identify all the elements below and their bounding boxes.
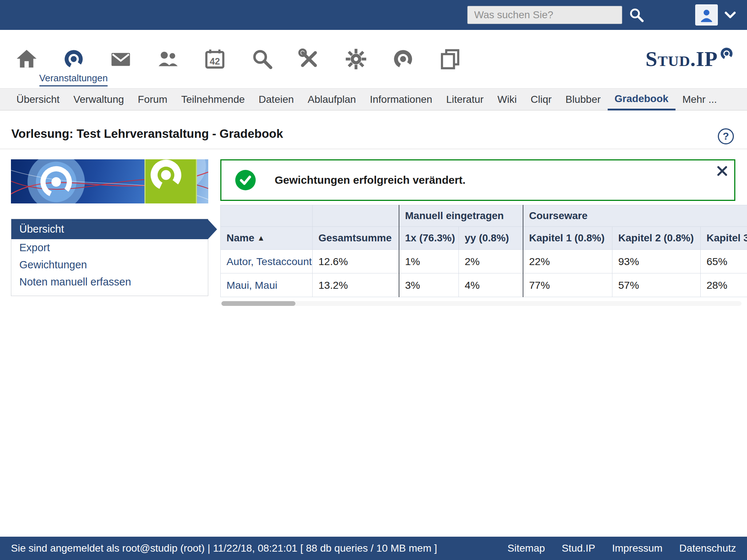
horizontal-scrollbar[interactable] bbox=[221, 301, 742, 306]
column-header-kapitel-3[interactable]: Kapitel 3 bbox=[701, 227, 747, 250]
studip-logo: Stud.IP bbox=[646, 48, 734, 70]
person-icon bbox=[698, 7, 715, 23]
table-row: Autor, Testaccount12.6%1%2%22%93%65% bbox=[221, 250, 747, 273]
footer-bar: Sie sind angemeldet als root@studip (roo… bbox=[0, 537, 747, 560]
sidebar-item-übersicht[interactable]: Übersicht bbox=[11, 219, 208, 239]
horizontal-scrollbar-thumb[interactable] bbox=[221, 301, 295, 306]
footer-link-impressum[interactable]: Impressum bbox=[612, 542, 662, 554]
grade-cell: 12.6% bbox=[313, 250, 399, 273]
column-header-1x-76-3[interactable]: 1x (76.3%) bbox=[399, 227, 459, 250]
grade-cell: 77% bbox=[523, 273, 612, 297]
table-row: Maui, Maui13.2%3%4%77%57%28% bbox=[221, 273, 747, 297]
sidebar-item-gewichtungen[interactable]: Gewichtungen bbox=[11, 256, 208, 273]
course-tab-bar: ÜbersichtVerwaltungForumTeilnehmendeDate… bbox=[0, 88, 747, 110]
nav-tools-icon[interactable] bbox=[285, 30, 332, 88]
column-header-name[interactable]: Name▲ bbox=[221, 227, 313, 250]
course-banner-image bbox=[11, 159, 208, 203]
column-header-kapitel-2-0-8[interactable]: Kapitel 2 (0.8%) bbox=[612, 227, 701, 250]
column-group-header bbox=[221, 205, 313, 227]
tab-mehr[interactable]: Mehr ... bbox=[676, 89, 724, 110]
success-check-icon bbox=[235, 170, 256, 190]
student-name-cell: Maui, Maui bbox=[221, 273, 313, 297]
sort-ascending-icon: ▲ bbox=[257, 234, 265, 242]
success-message-box: Gewichtungen erfolgreich verändert. bbox=[220, 159, 735, 201]
nav-search-icon[interactable] bbox=[238, 30, 285, 88]
main-header: Veranstaltungen 42 bbox=[0, 30, 747, 88]
footer-link-datenschutz[interactable]: Datenschutz bbox=[679, 542, 736, 554]
column-group-header: Manuell eingetragen bbox=[399, 205, 523, 227]
tab-gradebook[interactable]: Gradebook bbox=[608, 89, 676, 110]
column-header-kapitel-1-0-8[interactable]: Kapitel 1 (0.8%) bbox=[523, 227, 612, 250]
mail-icon bbox=[110, 48, 132, 70]
pages-icon bbox=[439, 48, 461, 70]
column-header-yy-0-8[interactable]: yy (0.8%) bbox=[459, 227, 523, 250]
tab-informationen[interactable]: Informationen bbox=[363, 89, 439, 110]
sidebar-item-export[interactable]: Export bbox=[11, 239, 208, 256]
home-icon bbox=[15, 48, 38, 70]
calendar-number: 42 bbox=[210, 56, 220, 66]
nav-pages-icon[interactable] bbox=[426, 30, 473, 88]
footer-status-text: Sie sind angemeldet als root@studip (roo… bbox=[11, 542, 507, 554]
help-icon[interactable]: ? bbox=[718, 128, 734, 144]
sidebar-item-noten-manuell-erfassen[interactable]: Noten manuell erfassen bbox=[11, 273, 208, 291]
search-submit-icon[interactable] bbox=[628, 7, 645, 23]
gear-icon bbox=[345, 48, 367, 70]
column-group-header bbox=[313, 205, 399, 227]
nav-admin-icon[interactable] bbox=[332, 30, 379, 88]
grade-cell: 13.2% bbox=[313, 273, 399, 297]
column-group-header: Courseware bbox=[523, 205, 747, 227]
tab-forum[interactable]: Forum bbox=[131, 89, 174, 110]
gradebook-table: Manuell eingetragenCoursewareName▲Gesamt… bbox=[220, 205, 747, 297]
grade-cell: 3% bbox=[399, 273, 459, 297]
student-name-cell: Autor, Testaccount bbox=[221, 250, 313, 273]
tab-cliqr[interactable]: Cliqr bbox=[524, 89, 559, 110]
top-bar bbox=[0, 0, 747, 30]
studip-logo-swirl-icon bbox=[719, 46, 734, 61]
grade-cell: 65% bbox=[701, 250, 747, 273]
tab-ablaufplan[interactable]: Ablaufplan bbox=[301, 89, 363, 110]
community-icon bbox=[156, 48, 179, 70]
tab-übersicht[interactable]: Übersicht bbox=[9, 89, 66, 110]
gradebook-table-wrap: Manuell eingetragenCoursewareName▲Gesamt… bbox=[220, 205, 747, 297]
page-title: Vorlesung: Test Lehrveranstaltung - Grad… bbox=[11, 127, 283, 141]
student-name-link[interactable]: Autor, Testaccount bbox=[227, 256, 312, 267]
grade-cell: 93% bbox=[612, 250, 701, 273]
student-name-link[interactable]: Maui, Maui bbox=[227, 279, 277, 291]
calendar-icon: 42 bbox=[204, 48, 226, 70]
nav-schedule-icon[interactable]: 42 bbox=[191, 30, 238, 88]
studip-logo-text: Stud.IP bbox=[646, 48, 718, 70]
tab-dateien[interactable]: Dateien bbox=[252, 89, 301, 110]
footer-link-stud-ip[interactable]: Stud.IP bbox=[562, 542, 595, 554]
nav-messages-icon[interactable] bbox=[97, 30, 144, 88]
footer-link-sitemap[interactable]: Sitemap bbox=[507, 542, 545, 554]
studip-swirl-icon bbox=[62, 48, 85, 70]
courseware-logo bbox=[144, 159, 197, 203]
help-glyph: ? bbox=[723, 131, 729, 142]
tab-blubber[interactable]: Blubber bbox=[558, 89, 608, 110]
sidebar-menu: ÜbersichtExportGewichtungenNoten manuell… bbox=[11, 219, 208, 296]
tab-teilnehmende[interactable]: Teilnehmende bbox=[174, 89, 252, 110]
courseware-swirl-icon bbox=[146, 159, 186, 195]
tab-verwaltung[interactable]: Verwaltung bbox=[66, 89, 131, 110]
main-icon-nav: Veranstaltungen 42 bbox=[0, 30, 747, 88]
grade-cell: 4% bbox=[459, 273, 523, 297]
grade-cell: 22% bbox=[523, 250, 612, 273]
grade-cell: 1% bbox=[399, 250, 459, 273]
grade-cell: 28% bbox=[701, 273, 747, 297]
title-divider bbox=[0, 149, 747, 149]
nav-veranstaltungen-icon[interactable]: Veranstaltungen bbox=[50, 30, 97, 88]
nav-community-icon[interactable] bbox=[144, 30, 191, 88]
close-icon[interactable] bbox=[717, 166, 728, 178]
avatar[interactable] bbox=[695, 4, 718, 26]
chevron-down-icon[interactable] bbox=[723, 8, 738, 22]
nav-studip-icon[interactable] bbox=[379, 30, 426, 88]
course-banner bbox=[11, 159, 208, 203]
grade-cell: 2% bbox=[459, 250, 523, 273]
success-message-text: Gewichtungen erfolgreich verändert. bbox=[275, 174, 465, 186]
column-header-gesamtsumme[interactable]: Gesamtsumme bbox=[313, 227, 399, 250]
tab-wiki[interactable]: Wiki bbox=[491, 89, 524, 110]
grade-cell: 57% bbox=[612, 273, 701, 297]
search-input[interactable] bbox=[467, 6, 622, 24]
tools-icon bbox=[298, 48, 320, 70]
tab-literatur[interactable]: Literatur bbox=[439, 89, 491, 110]
